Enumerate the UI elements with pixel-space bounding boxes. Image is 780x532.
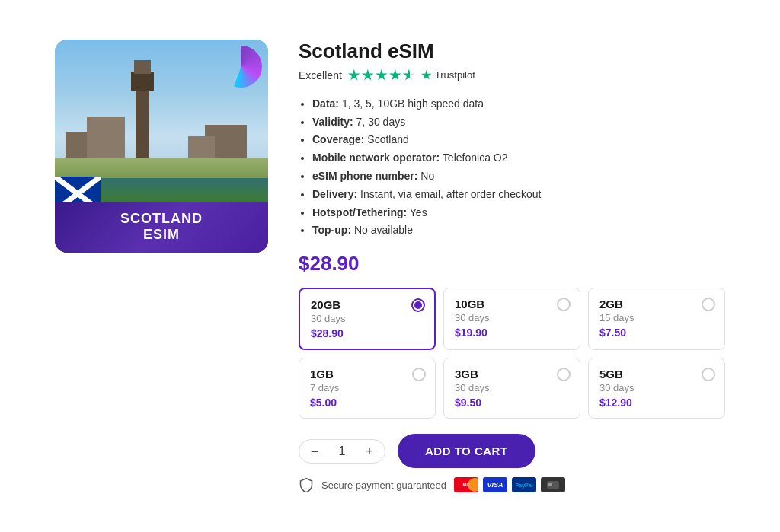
street — [55, 158, 268, 178]
plan-20gb[interactable]: 20GB 30 days $28.90 — [299, 288, 436, 350]
feature-phone-number: eSIM phone number: No — [312, 167, 725, 186]
star-half — [403, 69, 415, 81]
plan-20gb-price: $28.90 — [311, 327, 424, 339]
shield-icon — [299, 477, 314, 492]
plan-10gb-price: $19.90 — [455, 327, 569, 339]
cart-row: − 1 + ADD TO CART — [299, 434, 725, 468]
mastercard-badge: MC — [454, 477, 478, 492]
feature-delivery: Delivery: Instant, via email, after orde… — [312, 186, 725, 204]
plan-3gb-name: 3GB — [455, 368, 569, 381]
trustpilot-logo: Trustpilot — [421, 69, 475, 81]
quantity-increase-button[interactable]: + — [362, 444, 377, 458]
svg-rect-4 — [548, 483, 552, 486]
product-image-wrapper: SCOTLANDeSIM — [55, 40, 268, 492]
plan-1gb[interactable]: 1GB 7 days $5.00 — [299, 358, 436, 419]
plan-3gb-price: $9.50 — [455, 397, 569, 409]
star-3 — [376, 69, 388, 81]
plan-1gb-price: $5.00 — [310, 397, 424, 409]
trustpilot-star-icon — [421, 70, 432, 81]
product-image: SCOTLANDeSIM — [55, 40, 268, 253]
product-title: Scotland eSIM — [299, 40, 725, 63]
quantity-decrease-button[interactable]: − — [307, 444, 322, 458]
secure-payment-row: Secure payment guaranteed MC VISA PayPal — [299, 477, 725, 492]
plan-10gb-name: 10GB — [455, 298, 569, 311]
plan-5gb-name: 5GB — [599, 368, 714, 381]
paypal-badge: PayPal — [512, 477, 536, 492]
image-banner: SCOTLANDeSIM — [55, 202, 268, 253]
price-display: $28.90 — [299, 252, 725, 276]
plan-2gb-duration: 15 days — [599, 312, 714, 323]
trustpilot-label: Trustpilot — [435, 69, 475, 81]
star-1 — [348, 69, 360, 81]
plan-2gb-price: $7.50 — [599, 327, 714, 339]
feature-validity: Validity: 7, 30 days — [312, 113, 725, 132]
plan-2gb-name: 2GB — [599, 298, 714, 311]
star-rating — [348, 69, 415, 81]
plan-20gb-name: 20GB — [311, 298, 424, 311]
accent-shape — [220, 46, 262, 88]
feature-coverage: Coverage: Scotland — [312, 131, 725, 149]
rating-row: Excellent Trustpilot — [299, 69, 725, 81]
plan-1gb-duration: 7 days — [310, 382, 424, 393]
plan-2gb[interactable]: 2GB 15 days $7.50 — [588, 288, 725, 350]
visa-badge: VISA — [483, 477, 507, 492]
other-badge — [541, 477, 565, 492]
feature-list: Data: 1, 3, 5, 10GB high speed data Vali… — [299, 95, 725, 240]
star-4 — [389, 69, 401, 81]
feature-data: Data: 1, 3, 5, 10GB high speed data — [312, 95, 725, 113]
plan-5gb-price: $12.90 — [599, 397, 714, 409]
plan-grid: 20GB 30 days $28.90 10GB 30 days $19.90 … — [299, 288, 725, 419]
feature-operator: Mobile network operator: Telefonica O2 — [312, 149, 725, 167]
plan-10gb-duration: 30 days — [455, 312, 569, 323]
plan-1gb-name: 1GB — [310, 368, 424, 381]
plan-5gb[interactable]: 5GB 30 days $12.90 — [588, 358, 725, 419]
rating-label: Excellent — [299, 69, 342, 81]
banner-text: SCOTLANDeSIM — [55, 211, 268, 244]
plan-20gb-duration: 30 days — [311, 313, 424, 324]
star-2 — [362, 69, 374, 81]
product-container: SCOTLANDeSIM Scotland eSIM Excellent Tru… — [24, 9, 756, 523]
secure-payment-label: Secure payment guaranteed — [321, 479, 446, 491]
accent-circle — [220, 46, 262, 88]
product-info: Scotland eSIM Excellent Trustpilot Data:… — [299, 40, 725, 492]
plan-3gb-duration: 30 days — [455, 382, 569, 393]
feature-hotspot: Hotspot/Tethering: Yes — [312, 204, 725, 222]
quantity-control: − 1 + — [299, 439, 385, 464]
plan-3gb[interactable]: 3GB 30 days $9.50 — [443, 358, 580, 419]
quantity-value: 1 — [334, 444, 350, 458]
add-to-cart-button[interactable]: ADD TO CART — [398, 434, 535, 468]
payment-badges: MC VISA PayPal — [454, 477, 565, 492]
plan-10gb[interactable]: 10GB 30 days $19.90 — [443, 288, 580, 350]
plan-5gb-duration: 30 days — [599, 382, 714, 393]
feature-topup: Top-up: No available — [312, 221, 725, 240]
